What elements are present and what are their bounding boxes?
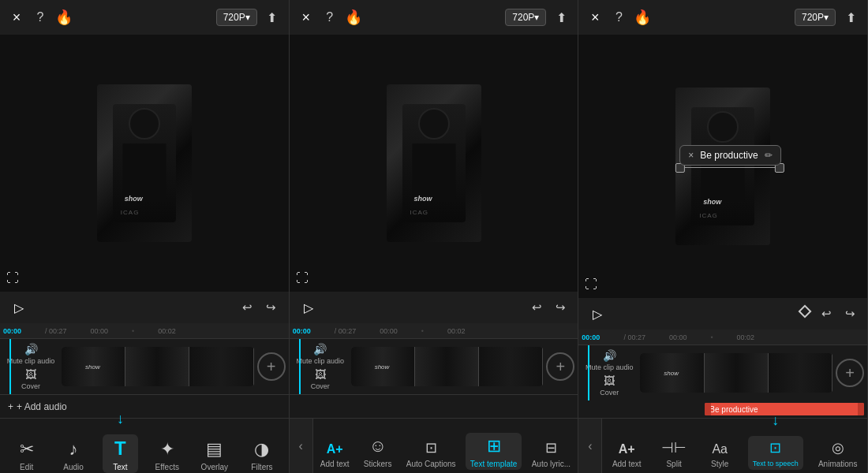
close-icon-3[interactable]: × [586, 9, 604, 26]
text-track-handle-left-3[interactable] [705, 403, 711, 415]
tool-style-3[interactable]: Aa Style [702, 439, 738, 470]
tool-animations-3[interactable]: ◎ Animations [814, 436, 862, 470]
add-audio-icon-1: + [8, 401, 13, 412]
text-bubble-edit-3[interactable]: ✏ [765, 150, 773, 161]
text-bubble-close-3[interactable]: × [688, 150, 694, 161]
cover-button-3[interactable]: 🖼 Cover [582, 374, 637, 397]
tool-edit-1[interactable]: ✂ Edit [9, 436, 44, 473]
image-icon-3: 🖼 [604, 374, 615, 387]
timeline-content-1: 🔊 Mute clip audio 🖼 Cover show + [0, 339, 289, 394]
timeline-content-3: 🔊 Mute clip audio 🖼 Cover show + [578, 345, 867, 400]
mute-label-3: Mute clip audio [586, 363, 634, 371]
cover-button-1[interactable]: 🖼 Cover [3, 368, 58, 390]
text-track-3: Be productive [578, 400, 867, 418]
tool-stickers-2[interactable]: ☺ Stickers [359, 433, 397, 470]
resolution-button-2[interactable]: 720P▾ [505, 9, 546, 26]
tool-text-template-2[interactable]: ⊞ Text template [466, 433, 522, 470]
mute-button-3[interactable]: 🔊 Mute clip audio [582, 349, 637, 371]
undo-button-1[interactable]: ↩ [238, 298, 257, 317]
redo-button-1[interactable]: ↪ [262, 298, 281, 317]
overlay-label-1: Overlay [201, 463, 228, 471]
tool-add-text-3[interactable]: A+ Add text [608, 439, 646, 470]
preview-image-3: show ICAG [675, 88, 770, 245]
back-button-2[interactable]: ‹ [290, 419, 313, 474]
add-clip-button-1[interactable]: + [257, 352, 286, 381]
timeline-content-2: 🔊 Mute clip audio 🖼 Cover show + [290, 339, 578, 394]
video-frame-1: show ICAG [97, 84, 192, 242]
tool-split-3[interactable]: ⊣⊢ Split [657, 436, 692, 470]
tool-overlay-1[interactable]: ▤ Overlay [196, 436, 233, 473]
play-button-3[interactable]: ▷ [586, 303, 608, 325]
help-icon-1[interactable]: ? [32, 9, 49, 26]
cover-button-2[interactable]: 🖼 Cover [293, 368, 348, 390]
clip-thumb-3c [769, 353, 832, 393]
resolution-button-3[interactable]: 720P▾ [795, 9, 836, 26]
upload-icon-1[interactable]: ⬆ [264, 9, 281, 26]
upload-icon-3[interactable]: ⬆ [842, 9, 859, 26]
expand-icon-1[interactable]: ⛶ [6, 271, 19, 285]
resolution-button-1[interactable]: 720P▾ [216, 9, 257, 26]
timeline-controls-1: ▷ ↩ ↪ [0, 292, 289, 323]
add-audio-button-1[interactable]: + + Add audio [8, 401, 67, 412]
help-icon-2[interactable]: ? [321, 9, 339, 26]
timeline-ruler-1: 00:00 / 00:27 00:00 • 00:02 [0, 323, 289, 339]
keyframe-button-3[interactable] [798, 304, 812, 318]
close-icon-1[interactable]: × [8, 9, 25, 26]
tool-audio-1[interactable]: ♪ Audio [56, 436, 92, 473]
add-audio-1: + + Add audio [0, 394, 289, 418]
back-button-3[interactable]: ‹ [578, 419, 602, 474]
mute-button-2[interactable]: 🔊 Mute clip audio [293, 343, 348, 365]
audio-label-1: Audio [63, 463, 84, 471]
cover-label-1: Cover [21, 382, 40, 390]
tool-effects-1[interactable]: ✦ Effects [149, 436, 185, 473]
preview-3: show ICAG × Be productive ✏ ⛶ [578, 35, 867, 298]
help-icon-3[interactable]: ? [610, 9, 627, 26]
mute-button-1[interactable]: 🔊 Mute clip audio [3, 343, 58, 365]
filters-icon-1: ◑ [254, 439, 269, 460]
marker-3b: 00:02 [737, 333, 755, 341]
tool-filters-1[interactable]: ◑ Filters [244, 436, 279, 473]
text-template-icon-2: ⊞ [487, 436, 501, 456]
fire-icon-2: 🔥 [345, 9, 362, 26]
tool-add-text-2[interactable]: ↓ A+ Add text [316, 439, 354, 470]
image-icon-2: 🖼 [315, 368, 326, 381]
play-button-1[interactable]: ▷ [8, 296, 30, 318]
edit-label-1: Edit [20, 463, 33, 471]
cover-label-3: Cover [600, 389, 619, 397]
topbar-1: × ? 🔥 720P▾ ⬆ [0, 0, 289, 35]
undo-button-3[interactable]: ↩ [817, 304, 836, 323]
text-selection-line-3 [680, 167, 780, 168]
effects-label-1: Effects [155, 463, 179, 471]
text-arrow-indicator-1: ↓ [117, 411, 124, 427]
video-frame-2: show ICAG [387, 84, 481, 242]
style-label-3: Style [711, 460, 728, 468]
cover-label-2: Cover [311, 382, 330, 390]
auto-captions-label-2: Auto Captions [406, 460, 456, 468]
redo-button-3[interactable]: ↪ [840, 304, 859, 323]
bottom-toolbar-1: ✂ Edit ♪ Audio ↓ T Text ✦ Effects ▤ Over… [0, 418, 289, 473]
play-button-2[interactable]: ▷ [297, 296, 320, 318]
timeline-controls-2: ▷ ↩ ↪ [290, 292, 578, 323]
tool-text-1[interactable]: ↓ T Text [103, 434, 138, 473]
close-icon-2[interactable]: × [297, 9, 315, 26]
clip-strip-2: show [351, 347, 544, 386]
text-edit-bubble-3: × Be productive ✏ [679, 145, 780, 166]
undo-button-2[interactable]: ↩ [527, 298, 546, 317]
upload-icon-2[interactable]: ⬆ [552, 9, 570, 26]
text-to-speech-label-3: Text to speech [753, 460, 799, 468]
redo-button-2[interactable]: ↪ [551, 298, 570, 317]
duration-1: / 00:27 [45, 327, 67, 335]
add-clip-button-2[interactable]: + [546, 352, 574, 381]
add-clip-button-3[interactable]: + [836, 359, 864, 387]
expand-icon-2[interactable]: ⛶ [296, 271, 309, 285]
text-icon-1: T [114, 438, 126, 460]
tool-text-to-speech-3[interactable]: ↓ ⊡ Text to speech [748, 436, 803, 470]
auto-captions-icon-2: ⊡ [425, 439, 437, 456]
expand-icon-3[interactable]: ⛶ [585, 277, 597, 292]
tool-auto-lyrics-2[interactable]: ⊟ Auto lyric... [527, 436, 575, 470]
clip-thumb-2c [479, 347, 543, 386]
text-track-handle-right-3[interactable] [858, 403, 864, 415]
text-track-bar-3[interactable]: Be productive [705, 403, 864, 415]
tool-auto-captions-2[interactable]: ⊡ Auto Captions [402, 436, 461, 470]
bottom-toolbar-2: ‹ ↓ A+ Add text ☺ Stickers ⊡ Auto Captio… [290, 418, 578, 473]
